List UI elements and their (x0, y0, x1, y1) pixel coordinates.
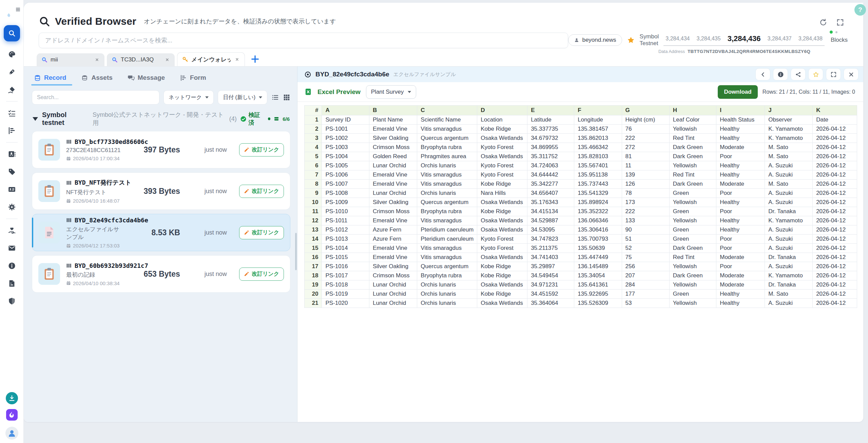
sheet-cell[interactable]: 177 (622, 290, 669, 299)
sheet-cell[interactable]: Yellowish (669, 216, 716, 225)
sheet-cell[interactable]: 2026-04-12 (813, 299, 857, 308)
sheet-cell[interactable]: Osaka Wetlands (477, 225, 527, 235)
sheet-cell[interactable]: 135.447449 (574, 253, 622, 262)
sheet-cell[interactable]: Bryophyta rubra (417, 143, 477, 152)
sheet-cell[interactable]: 207 (622, 271, 669, 280)
sheet-cell[interactable]: Pteridium caeruleum (417, 225, 477, 235)
sheet-column-header[interactable]: A (322, 106, 369, 115)
sidebar-item-tag-icon[interactable] (8, 168, 16, 176)
download-button[interactable] (6, 392, 18, 404)
sheet-cell[interactable]: 2026-04-12 (813, 235, 857, 244)
sheet-cell[interactable]: 136.066346 (574, 216, 622, 225)
sheet-cell[interactable]: PS-1004 (322, 152, 369, 161)
sheet-cell[interactable]: 2026-04-12 (813, 170, 857, 180)
sheet-cell[interactable]: Health Status (716, 115, 765, 125)
sheet-select[interactable]: Plant Survey (366, 85, 416, 99)
row-number[interactable]: 12 (305, 216, 322, 225)
sheet-cell[interactable]: Healthy (716, 134, 765, 143)
flame-button[interactable] (6, 409, 18, 421)
sheet-cell[interactable]: 53 (622, 299, 669, 308)
sheet-cell[interactable]: Osaka Wetlands (477, 253, 527, 262)
sheet-cell[interactable]: 35.311752 (527, 152, 574, 161)
tab-record[interactable]: Record (34, 74, 66, 86)
browser-tab[interactable]: TC3D...IA3Q (107, 53, 175, 66)
sheet-cell[interactable]: Crimson Moss (369, 143, 417, 152)
sheet-cell[interactable]: Healthy (716, 299, 765, 308)
sheet-cell[interactable]: PS-1005 (322, 161, 369, 170)
sheet-cell[interactable]: 34.971231 (527, 280, 574, 290)
tab-close-icon[interactable] (94, 56, 100, 63)
sheet-cell[interactable]: 35.364064 (527, 299, 574, 308)
sheet-cell[interactable]: Lunar Orchid (369, 290, 417, 299)
sheet-cell[interactable]: PS-1003 (322, 143, 369, 152)
sheet-cell[interactable]: PS-1016 (322, 262, 369, 271)
row-number[interactable]: 21 (305, 299, 322, 308)
sheet-cell[interactable]: Red Tint (669, 170, 716, 180)
sheet-cell[interactable]: Yellowish (669, 198, 716, 207)
sheet-cell[interactable]: 34.747823 (527, 235, 574, 244)
sheet-cell[interactable]: 135.526309 (574, 299, 622, 308)
sheet-cell[interactable]: Osaka Wetlands (477, 198, 527, 207)
grid-view-icon[interactable] (283, 94, 290, 101)
sheet-cell[interactable]: Kobe Ridge (477, 290, 527, 299)
row-number[interactable]: 14 (305, 235, 322, 244)
sidebar-item-pen-icon[interactable] (8, 68, 16, 76)
tab-close-icon[interactable] (164, 56, 171, 63)
sheet-cell[interactable]: Kyoto Forest (477, 244, 527, 253)
record-item[interactable]: BYD_60b6932b93d921c7 最初の記録 2026/04/10 00… (32, 255, 290, 293)
sheet-cell[interactable]: Vitis smaragdus (417, 125, 477, 134)
sheet-column-header[interactable]: D (477, 106, 527, 115)
sheet-cell[interactable]: Poor (716, 235, 765, 244)
sheet-cell[interactable]: Healthy (716, 216, 765, 225)
sheet-cell[interactable]: M. Sato (765, 152, 813, 161)
sheet-cell[interactable]: K. Yamamoto (765, 125, 813, 134)
sheet-cell[interactable]: 2026-04-12 (813, 262, 857, 271)
main-search-input[interactable] (45, 37, 562, 44)
sheet-cell[interactable]: Emerald Vine (369, 170, 417, 180)
sheet-cell[interactable]: 135.922695 (574, 290, 622, 299)
sheet-cell[interactable]: 133 (622, 216, 669, 225)
sheet-cell[interactable]: 51 (622, 235, 669, 244)
sheet-cell[interactable]: Vitis smaragdus (417, 180, 477, 189)
block-number[interactable]: 3,284,437 (768, 36, 792, 42)
revision-link-button[interactable]: 改訂リンク (239, 185, 284, 198)
sheet-cell[interactable]: 135.306416 (574, 225, 622, 235)
sheet-cell[interactable]: Crimson Moss (369, 271, 417, 280)
sheet-cell[interactable]: 2026-04-12 (813, 198, 857, 207)
sidebar-item-shield-icon[interactable] (8, 297, 16, 305)
sidebar-item-gear-icon[interactable] (8, 203, 16, 211)
sheet-cell[interactable]: Emerald Vine (369, 216, 417, 225)
sheet-cell[interactable]: A. Suzuki (765, 225, 813, 235)
sheet-cell[interactable]: 52 (622, 244, 669, 253)
sheet-cell[interactable]: 35.176343 (527, 198, 574, 207)
row-number[interactable]: 6 (305, 161, 322, 170)
sheet-cell[interactable]: Leaf Color (669, 115, 716, 125)
sheet-column-header[interactable]: H (669, 106, 716, 115)
sheet-cell[interactable]: Moderate (716, 143, 765, 152)
sheet-cell[interactable]: Vitis smaragdus (417, 253, 477, 262)
tab-close-icon[interactable] (234, 56, 240, 63)
row-number[interactable]: 15 (305, 244, 322, 253)
sheet-cell[interactable]: 2026-04-12 (813, 134, 857, 143)
sheet-cell[interactable]: Kyoto Forest (477, 170, 527, 180)
sheet-cell[interactable]: K. Yamamoto (765, 216, 813, 225)
row-number[interactable]: 2 (305, 125, 322, 134)
sheet-cell[interactable]: Plant Name (369, 115, 417, 125)
sheet-cell[interactable]: 135.352322 (574, 207, 622, 216)
refresh-icon[interactable] (819, 18, 827, 26)
sheet-cell[interactable]: Dark Green (669, 271, 716, 280)
sheet-cell[interactable]: Scientific Name (417, 115, 477, 125)
sheet-cell[interactable]: A. Suzuki (765, 189, 813, 198)
sheet-cell[interactable]: Yellowish (669, 280, 716, 290)
sheet-cell[interactable]: 75 (622, 253, 669, 262)
sheet-cell[interactable]: PS-1011 (322, 216, 369, 225)
sheet-cell[interactable]: 2026-04-12 (813, 152, 857, 161)
sheet-column-header[interactable]: G (622, 106, 669, 115)
sheet-cell[interactable]: PS-1017 (322, 271, 369, 280)
sheet-cell[interactable]: Observer (765, 115, 813, 125)
close-button[interactable] (844, 68, 859, 80)
sheet-cell[interactable]: 135.828103 (574, 152, 622, 161)
fullscreen-icon[interactable] (836, 18, 844, 26)
sheet-cell[interactable]: Location (477, 115, 527, 125)
list-view-icon[interactable] (271, 94, 279, 101)
